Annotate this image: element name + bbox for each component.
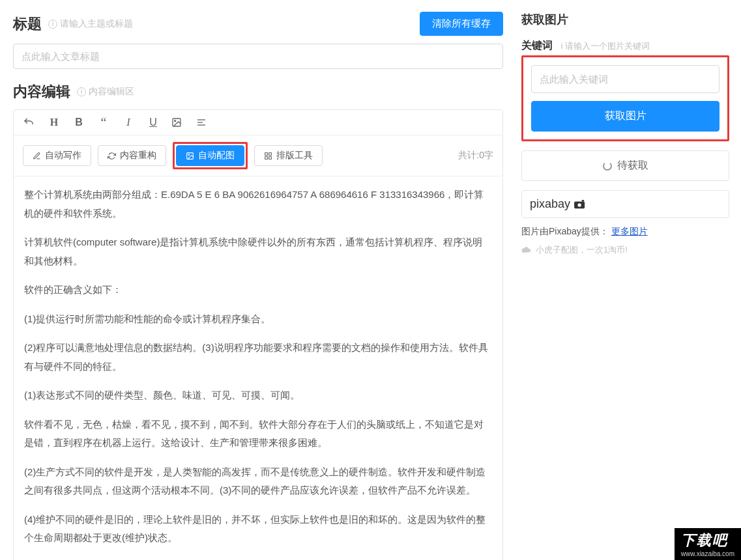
info-icon: i	[77, 87, 86, 96]
paragraph: (2)程序可以满意地处理信息的数据结构。(3)说明程序功能要求和程序需要的文档的…	[24, 339, 492, 376]
paragraph: 软件看不见，无色，枯燥，看不见，摸不到，闻不到。软件大部分存在于人们的头脑或纸上…	[24, 415, 492, 453]
info-icon: i	[48, 20, 57, 29]
restructure-button[interactable]: 内容重构	[98, 145, 166, 166]
editor-header: 内容编辑 i 内容编辑区	[13, 82, 503, 102]
editor-label: 内容编辑	[13, 82, 70, 102]
underline-icon[interactable]: U	[147, 117, 160, 128]
paragraph: 软件的正确含义如下：	[24, 281, 492, 300]
tip-line: 小虎子配图，一次1淘币!	[521, 244, 729, 256]
word-count: 共计:0字	[458, 150, 493, 161]
keyword-hint: i 请输入一个图片关键词	[560, 40, 650, 52]
editor-content[interactable]: 整个计算机系统由两部分组成：E.69DA 5 E 6 BA 9062616964…	[14, 176, 502, 560]
auto-image-button[interactable]: 自动配图	[176, 145, 244, 166]
paragraph: 计算机软件(computer software)是指计算机系统中除硬件以外的所有…	[24, 233, 492, 270]
image-icon[interactable]	[171, 117, 184, 128]
paragraph: (1)表达形式不同的硬件类型、颜色、味道、可见、可摸、可闻。	[24, 386, 492, 405]
watermark: 下载吧 www.xiazaiba.com	[675, 528, 741, 560]
action-toolbar: 自动写作 内容重构 自动配图 排版工具 共计:0字	[14, 135, 502, 176]
paragraph: (2)生产方式不同的软件是开发，是人类智能的高发挥，而不是传统意义上的硬件制造。…	[24, 463, 492, 500]
paragraph: (1)提供运行时所需功能和性能的命令或计算机程序集合。	[24, 310, 492, 329]
keyword-input-highlight: 获取图片	[521, 55, 729, 141]
paragraph: (4)维护不同的硬件是旧的，理论上软件是旧的，并不坏，但实际上软件也是旧的和坏的…	[24, 511, 492, 548]
paragraph: 整个计算机系统由两部分组成：E.69DA 5 E 6 BA 9062616964…	[24, 186, 492, 223]
svg-point-6	[188, 154, 190, 155]
info-icon: i	[560, 41, 562, 51]
svg-point-12	[577, 203, 581, 206]
undo-icon[interactable]	[23, 117, 36, 128]
cloud-icon	[521, 246, 532, 254]
image-icon	[186, 152, 194, 160]
svg-rect-8	[269, 152, 272, 155]
pixabay-badge: pixabay	[521, 190, 729, 218]
clear-cache-button[interactable]: 清除所有缓存	[420, 12, 503, 36]
layout-tool-button[interactable]: 排版工具	[254, 145, 323, 166]
bold-icon[interactable]: B	[72, 117, 85, 128]
pencil-icon	[33, 152, 41, 160]
svg-point-1	[175, 120, 176, 122]
title-header: 标题 i 请输入主题或标题 清除所有缓存	[13, 12, 503, 36]
heading-icon[interactable]: H	[48, 117, 61, 128]
svg-rect-9	[269, 156, 272, 159]
svg-rect-10	[265, 156, 268, 159]
auto-write-button[interactable]: 自动写作	[23, 145, 91, 166]
keyword-label: 关键词	[521, 40, 553, 51]
attribution-line: 图片由Pixabay提供： 更多图片	[521, 226, 729, 238]
get-image-title: 获取图片	[521, 12, 729, 27]
layout-icon	[264, 152, 272, 160]
title-hint: i 请输入主题或标题	[48, 18, 133, 30]
camera-icon	[573, 199, 587, 210]
article-title-input[interactable]	[13, 44, 503, 69]
align-left-icon[interactable]	[196, 117, 209, 128]
svg-rect-13	[582, 199, 585, 201]
pixabay-label: pixabay	[530, 197, 570, 211]
quote-icon[interactable]: “	[97, 118, 110, 127]
format-toolbar: H B “ I U	[14, 110, 502, 135]
editor-box: H B “ I U 自动写作 内容重构	[13, 109, 503, 560]
editor-hint: i 内容编辑区	[77, 86, 134, 98]
auto-image-highlight: 自动配图	[173, 142, 248, 169]
refresh-icon	[108, 152, 116, 160]
spinner-icon	[603, 161, 612, 171]
svg-rect-7	[265, 152, 268, 155]
title-label: 标题	[13, 14, 42, 34]
get-image-button[interactable]: 获取图片	[531, 101, 719, 132]
italic-icon[interactable]: I	[122, 117, 135, 128]
pending-status: 待获取	[521, 150, 729, 181]
keyword-input[interactable]	[531, 65, 719, 93]
more-images-link[interactable]: 更多图片	[611, 226, 648, 236]
